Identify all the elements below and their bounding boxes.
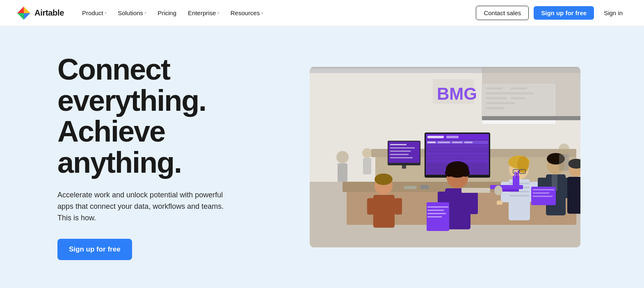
svg-marker-0: [17, 7, 24, 13]
svg-point-106: [559, 144, 569, 154]
svg-rect-111: [482, 116, 580, 120]
svg-rect-49: [367, 198, 375, 215]
hero-image: BMG: [310, 67, 580, 247]
svg-rect-25: [390, 147, 415, 149]
svg-marker-1: [24, 7, 30, 13]
logo-link[interactable]: Airtable: [16, 6, 64, 21]
svg-rect-95: [533, 189, 554, 190]
svg-rect-59: [470, 192, 478, 214]
svg-rect-50: [395, 198, 402, 215]
svg-rect-40: [427, 145, 488, 148]
svg-rect-63: [427, 213, 446, 214]
svg-rect-48: [373, 195, 395, 228]
nav-pricing[interactable]: Pricing: [153, 6, 181, 20]
hero-content: Connect everything. Achieve anything. Ac…: [57, 54, 238, 260]
office-scene-svg: BMG: [310, 67, 580, 247]
svg-rect-78: [497, 201, 502, 205]
svg-rect-92: [516, 172, 517, 178]
svg-rect-96: [533, 192, 549, 194]
svg-rect-64: [427, 216, 442, 217]
signup-button-nav[interactable]: Sign up for free: [534, 6, 594, 20]
svg-text:BMG: BMG: [437, 84, 477, 103]
svg-rect-97: [533, 196, 553, 197]
svg-rect-75: [509, 195, 529, 197]
svg-rect-101: [420, 185, 429, 189]
svg-rect-110: [482, 67, 580, 120]
svg-rect-93: [518, 171, 519, 178]
nav-resources[interactable]: Resources ›: [226, 6, 268, 20]
nav-links: Product › Solutions › Pricing Enterprise…: [77, 6, 476, 20]
svg-rect-91: [514, 171, 516, 178]
logo-icon: [16, 6, 31, 21]
hero-image-wrap: BMG: [263, 67, 628, 247]
svg-point-99: [494, 185, 502, 195]
svg-point-104: [362, 148, 372, 158]
hero-subtitle: Accelerate work and unlock potential wit…: [57, 190, 238, 224]
nav-actions: Contact sales Sign up for free Sign in: [476, 6, 628, 20]
svg-rect-34: [446, 136, 459, 138]
chevron-icon: ›: [145, 11, 146, 15]
nav-enterprise[interactable]: Enterprise ›: [183, 6, 224, 20]
svg-rect-105: [363, 158, 371, 174]
svg-rect-36: [427, 142, 436, 143]
navbar: Airtable Product › Solutions › Pricing E…: [0, 0, 644, 26]
svg-rect-103: [338, 163, 347, 182]
svg-rect-24: [390, 144, 406, 145]
svg-rect-26: [390, 151, 411, 152]
svg-point-56: [457, 164, 464, 171]
svg-rect-41: [427, 149, 488, 151]
svg-rect-33: [427, 136, 444, 138]
chevron-icon: ›: [217, 11, 219, 15]
svg-rect-28: [390, 157, 413, 158]
svg-rect-98: [461, 188, 490, 193]
svg-rect-107: [559, 154, 569, 171]
nav-solutions[interactable]: Solutions ›: [113, 6, 151, 20]
contact-sales-button[interactable]: Contact sales: [476, 6, 529, 20]
svg-rect-61: [427, 206, 448, 208]
svg-rect-43: [427, 156, 488, 159]
svg-rect-42: [427, 152, 488, 155]
logo-text: Airtable: [34, 8, 64, 18]
signup-button-hero[interactable]: Sign up for free: [57, 239, 132, 260]
chevron-icon: ›: [105, 11, 106, 15]
hero-section: Connect everything. Achieve anything. Ac…: [0, 26, 644, 288]
svg-rect-87: [567, 177, 580, 214]
hero-title: Connect everything. Achieve anything.: [57, 54, 238, 178]
svg-rect-27: [390, 154, 409, 155]
svg-rect-38: [452, 142, 462, 143]
nav-product[interactable]: Product ›: [77, 6, 111, 20]
svg-point-47: [375, 174, 393, 185]
svg-rect-39: [464, 142, 473, 143]
svg-rect-29: [402, 165, 406, 169]
svg-marker-3: [24, 13, 30, 20]
svg-rect-62: [427, 210, 444, 211]
svg-point-102: [336, 151, 349, 163]
chevron-icon: ›: [261, 11, 263, 15]
signin-button[interactable]: Sign in: [599, 6, 628, 20]
svg-rect-37: [438, 142, 450, 143]
svg-rect-100: [404, 186, 416, 189]
svg-marker-2: [17, 13, 24, 20]
svg-point-53: [445, 169, 453, 177]
